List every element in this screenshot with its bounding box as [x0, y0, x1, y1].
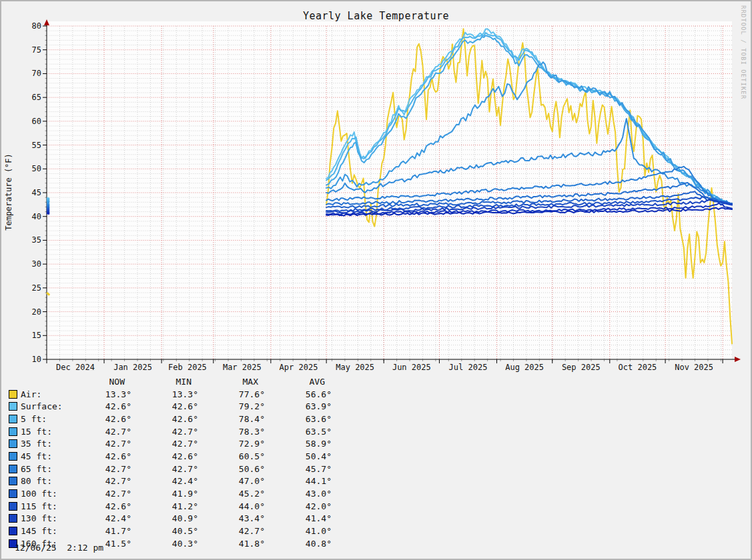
- legend-row: 45 ft:42.6°42.6°60.5°50.4°: [9, 450, 332, 463]
- y-tick-label: 35: [32, 235, 41, 245]
- legend-avg-value: 40.8°: [265, 539, 332, 549]
- legend-now-value: 42.7°: [101, 464, 131, 474]
- legend-series-label: Air:: [21, 389, 101, 399]
- legend-avg-value: 50.4°: [265, 451, 332, 461]
- legend-table: NOW MIN MAX AVG Air:13.3°13.3°77.6°56.6°…: [9, 375, 332, 550]
- series-line-35-ft-stub: [47, 202, 49, 203]
- legend-row: 115 ft:42.6°41.2°44.0°42.0°: [9, 500, 332, 513]
- legend-avg-value: 41.4°: [265, 513, 332, 523]
- legend-swatch-icon: [9, 527, 17, 535]
- x-tick-label: Sep 2025: [562, 363, 601, 372]
- legend-header-max: MAX: [198, 377, 265, 387]
- x-tick-label: Jan 2025: [113, 363, 152, 372]
- legend-avg-value: 44.1°: [265, 476, 332, 486]
- legend-swatch-icon: [9, 390, 17, 399]
- y-tick-label: 40: [32, 212, 41, 221]
- legend-max-value: 78.4°: [198, 414, 265, 424]
- legend-max-value: 47.0°: [198, 476, 265, 486]
- x-tick-label: Aug 2025: [505, 363, 544, 372]
- legend-header-min: MIN: [131, 377, 198, 387]
- x-tick-label: Nov 2025: [675, 363, 713, 372]
- legend-min-value: 42.6°: [131, 451, 198, 461]
- legend-max-value: 41.8°: [198, 539, 265, 549]
- legend-min-value: 41.2°: [131, 501, 198, 511]
- legend-min-value: 40.9°: [131, 513, 198, 523]
- x-tick-label: Mar 2025: [223, 363, 262, 372]
- legend-min-value: 42.7°: [131, 464, 198, 474]
- y-tick-label: 65: [32, 93, 41, 102]
- legend-avg-value: 42.0°: [265, 501, 332, 511]
- legend-min-value: 41.9°: [131, 489, 198, 499]
- x-tick-label: Jun 2025: [392, 363, 431, 372]
- legend-now-value: 42.7°: [101, 427, 131, 437]
- legend-now-value: 42.6°: [101, 451, 131, 461]
- legend-now-value: 42.6°: [101, 401, 131, 411]
- legend-row: 5 ft:42.6°42.6°78.4°63.6°: [9, 413, 332, 425]
- y-tick-label: 50: [32, 164, 41, 173]
- legend-avg-value: 45.7°: [265, 464, 332, 474]
- legend-row: Air:13.3°13.3°77.6°56.6°: [9, 388, 332, 401]
- y-tick-label: 45: [32, 188, 41, 197]
- legend-avg-value: 63.6°: [265, 414, 332, 424]
- legend-max-value: 50.6°: [198, 464, 265, 474]
- legend-row: 100 ft:42.7°41.9°45.2°43.0°: [9, 487, 332, 500]
- legend-swatch-icon: [9, 452, 17, 461]
- legend-now-value: 13.3°: [101, 389, 131, 399]
- legend-swatch-icon: [9, 439, 17, 448]
- legend-min-value: 42.6°: [131, 401, 198, 411]
- series-line-65-ft-stub: [47, 205, 49, 206]
- x-tick-label: Jul 2025: [449, 363, 488, 372]
- legend-max-value: 77.6°: [198, 389, 265, 399]
- legend-row: Surface:42.6°42.6°79.2°63.9°: [9, 400, 332, 413]
- legend-now-value: 41.7°: [101, 526, 131, 536]
- legend-row: 130 ft:42.4°40.9°43.4°41.4°: [9, 513, 332, 525]
- legend-min-value: 13.3°: [131, 389, 198, 399]
- legend-min-value: 42.7°: [131, 439, 198, 449]
- legend-swatch-icon: [9, 477, 17, 485]
- legend-avg-value: 41.0°: [265, 526, 332, 536]
- series-line-115-ft-stub: [47, 209, 49, 210]
- legend-header-avg: AVG: [265, 377, 332, 387]
- legend-row: 80 ft:42.7°42.4°47.0°44.1°: [9, 475, 332, 488]
- legend-row: 15 ft:42.7°42.7°78.3°63.5°: [9, 425, 332, 438]
- legend-swatch-icon: [9, 465, 17, 473]
- legend-row: 145 ft:41.7°40.5°42.7°41.0°: [9, 525, 332, 537]
- y-tick-label: 10: [32, 355, 41, 364]
- legend-series-label: Surface:: [21, 401, 101, 411]
- series-line-100-ft-stub: [47, 208, 49, 209]
- series-line-160-ft-stub: [47, 213, 49, 214]
- y-tick-label: 60: [32, 117, 41, 126]
- legend-series-label: 35 ft:: [21, 439, 101, 449]
- plot-area: [47, 21, 732, 359]
- series-line-130-ft-stub: [47, 211, 49, 211]
- legend-avg-value: 63.9°: [265, 401, 332, 411]
- legend-swatch-icon: [9, 502, 17, 511]
- legend-max-value: 44.0°: [198, 501, 265, 511]
- legend-now-value: 41.5°: [101, 539, 131, 549]
- legend-series-label: 5 ft:: [21, 414, 101, 424]
- x-tick-label: Apr 2025: [280, 363, 318, 372]
- legend-now-value: 42.6°: [101, 414, 131, 424]
- x-tick-label: Oct 2025: [619, 363, 657, 372]
- legend-now-value: 42.7°: [101, 439, 131, 449]
- series-line-45-ft-stub: [47, 204, 49, 205]
- legend-avg-value: 58.9°: [265, 439, 332, 449]
- legend-min-value: 42.4°: [131, 476, 198, 486]
- legend-avg-value: 43.0°: [265, 489, 332, 499]
- legend-header-row: NOW MIN MAX AVG: [9, 375, 332, 388]
- legend-min-value: 42.7°: [131, 427, 198, 437]
- legend-max-value: 79.2°: [198, 401, 265, 411]
- report-timestamp: 12/06/25 2:12 pm: [15, 543, 103, 553]
- temperature-chart: 101520253035404550556065707580Dec 2024Ja…: [1, 1, 752, 375]
- y-tick-label: 15: [32, 331, 41, 340]
- y-tick-label: 20: [32, 307, 41, 317]
- legend-series-label: 80 ft:: [21, 476, 101, 486]
- legend-now-value: 42.7°: [101, 476, 131, 486]
- y-tick-label: 30: [32, 259, 41, 269]
- y-tick-label: 25: [32, 283, 41, 293]
- legend-now-value: 42.6°: [101, 501, 131, 511]
- x-tick-label: Dec 2024: [56, 363, 95, 372]
- legend-max-value: 45.2°: [198, 489, 265, 499]
- legend-max-value: 78.3°: [198, 427, 265, 437]
- legend-max-value: 43.4°: [198, 513, 265, 523]
